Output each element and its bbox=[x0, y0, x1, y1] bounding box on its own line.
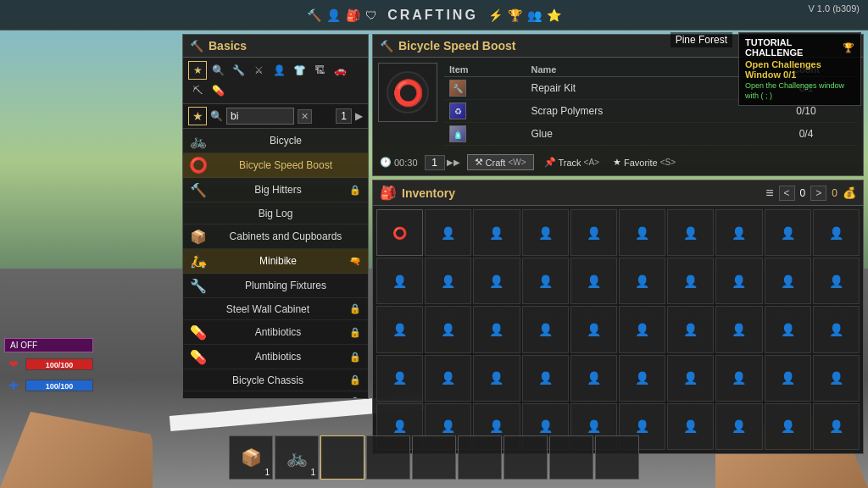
list-item-bicycle-chassis[interactable]: Bicycle Chassis 🔒 bbox=[183, 369, 368, 391]
favorite-button[interactable]: ★ Favorite <S> bbox=[609, 156, 679, 169]
hotbar-slot-2[interactable] bbox=[320, 435, 364, 480]
inv-slot-5[interactable]: 👤 bbox=[619, 209, 665, 256]
inv-slot-4-placeholder: 👤 bbox=[587, 226, 601, 240]
list-item-antibiotics-2[interactable]: 💊 Antibiotics 🔒 bbox=[183, 345, 368, 369]
list-item-plumbing[interactable]: 🔧 Plumbing Fixtures bbox=[183, 274, 368, 298]
hotbar-slot-5[interactable] bbox=[458, 435, 502, 480]
inv-slot-8[interactable]: 👤 bbox=[765, 209, 811, 256]
inv-slot-48[interactable]: 👤 bbox=[765, 403, 811, 450]
craft-button[interactable]: ⚒ Craft <W> bbox=[467, 154, 534, 170]
inv-slot-36[interactable]: 👤 bbox=[667, 355, 714, 402]
search-star-icon[interactable]: ★ bbox=[188, 107, 207, 125]
inv-slot-32[interactable]: 👤 bbox=[473, 355, 520, 402]
cat-all-icon[interactable]: ★ bbox=[188, 61, 207, 80]
hotbar-slot-4[interactable] bbox=[412, 435, 456, 480]
inv-slot-27[interactable]: 👤 bbox=[715, 306, 762, 352]
cat-person-icon[interactable]: 👤 bbox=[270, 61, 288, 80]
inv-slot-16[interactable]: 👤 bbox=[667, 258, 714, 304]
inv-slot-19[interactable]: 👤 bbox=[813, 258, 860, 304]
inv-slot-0[interactable]: ⭕ bbox=[376, 209, 423, 256]
plumbing-icon: 🔧 bbox=[190, 277, 207, 294]
cat-build-icon[interactable]: 🏗 bbox=[310, 61, 329, 80]
hotbar-slot-3[interactable] bbox=[366, 435, 410, 480]
inv-slot-6[interactable]: 👤 bbox=[667, 209, 714, 256]
inv-slot-39[interactable]: 👤 bbox=[813, 355, 860, 402]
inv-slot-22[interactable]: 👤 bbox=[473, 306, 520, 352]
cat-resource-icon[interactable]: ⛏ bbox=[188, 81, 207, 100]
cat-ammo-icon[interactable]: 💊 bbox=[209, 81, 227, 100]
big-log-label: Big Log bbox=[190, 208, 361, 219]
cat-search-icon[interactable]: 🔍 bbox=[209, 61, 227, 80]
inv-slot-10[interactable]: 👤 bbox=[376, 258, 423, 304]
inv-slot-26[interactable]: 👤 bbox=[667, 306, 714, 352]
list-item-big-log[interactable]: Big Log bbox=[183, 202, 368, 225]
inv-slot-35[interactable]: 👤 bbox=[619, 355, 665, 402]
cat-clothes-icon[interactable]: 👕 bbox=[290, 61, 309, 80]
inv-slot-20[interactable]: 👤 bbox=[376, 306, 423, 352]
inv-slot-23[interactable]: 👤 bbox=[522, 306, 569, 352]
inv-slot-38[interactable]: 👤 bbox=[765, 355, 811, 402]
inv-slot-33[interactable]: 👤 bbox=[522, 355, 569, 402]
list-item-cabinets[interactable]: 📦 Cabinets and Cupboards bbox=[183, 225, 368, 249]
inv-slot-1[interactable]: 👤 bbox=[425, 209, 471, 256]
inv-slot-2[interactable]: 👤 bbox=[473, 209, 520, 256]
inv-slot-7[interactable]: 👤 bbox=[715, 209, 762, 256]
inv-slot-37[interactable]: 👤 bbox=[715, 355, 762, 402]
cat-vehicle-icon[interactable]: 🚗 bbox=[331, 61, 349, 80]
inv-slot-9[interactable]: 👤 bbox=[813, 209, 860, 256]
inv-slot-21[interactable]: 👤 bbox=[425, 306, 471, 352]
list-item-bicycle[interactable]: 🚲 Bicycle bbox=[183, 129, 368, 153]
inv-slot-25[interactable]: 👤 bbox=[619, 306, 665, 352]
hotbar-slot-8[interactable] bbox=[595, 435, 639, 480]
inv-slot-29[interactable]: 👤 bbox=[813, 306, 860, 352]
search-next-arrow[interactable]: ▶ bbox=[355, 110, 363, 122]
search-input[interactable] bbox=[226, 108, 294, 125]
hotbar-slot-6[interactable] bbox=[504, 435, 548, 480]
big-hitters-icon: 🔨 bbox=[190, 181, 207, 198]
inventory-prev-button[interactable]: < bbox=[779, 186, 795, 201]
list-item-antibiotics-1[interactable]: 💊 Antibiotics 🔒 bbox=[183, 320, 368, 345]
cat-weapon-icon[interactable]: ⚔ bbox=[249, 61, 268, 80]
inv-slot-11[interactable]: 👤 bbox=[425, 258, 471, 304]
stamina-track: 100/100 bbox=[25, 380, 93, 391]
inv-slot-14[interactable]: 👤 bbox=[570, 258, 617, 304]
inv-slot-31-placeholder: 👤 bbox=[441, 371, 455, 385]
items-list[interactable]: 🚲 Bicycle ⭕ Bicycle Speed Boost 🔨 Big Hi… bbox=[183, 129, 368, 398]
inv-slot-4[interactable]: 👤 bbox=[570, 209, 617, 256]
list-item-steel-cabinet[interactable]: Steel Wall Cabinet 🔒 bbox=[183, 298, 368, 320]
inv-slot-47[interactable]: 👤 bbox=[715, 403, 762, 450]
cat-tool-icon[interactable]: 🔧 bbox=[229, 61, 248, 80]
inventory-next-button[interactable]: > bbox=[810, 186, 826, 201]
inv-slot-24[interactable]: 👤 bbox=[570, 306, 617, 352]
inv-slot-18[interactable]: 👤 bbox=[765, 258, 811, 304]
inv-slot-15[interactable]: 👤 bbox=[619, 258, 665, 304]
inv-slot-13[interactable]: 👤 bbox=[522, 258, 569, 304]
inv-slot-31[interactable]: 👤 bbox=[425, 355, 471, 402]
inv-slot-46[interactable]: 👤 bbox=[667, 403, 714, 450]
inv-slot-30[interactable]: 👤 bbox=[376, 355, 423, 402]
hotbar-slot-1[interactable]: 🚲 1 bbox=[275, 435, 319, 480]
inv-slot-3[interactable]: 👤 bbox=[522, 209, 569, 256]
inv-slot-15-placeholder: 👤 bbox=[635, 274, 649, 288]
inv-slot-12[interactable]: 👤 bbox=[473, 258, 520, 304]
hotbar-slot-7[interactable] bbox=[549, 435, 593, 480]
search-clear-button[interactable]: ✕ bbox=[298, 109, 312, 124]
inv-slot-17[interactable]: 👤 bbox=[715, 258, 762, 304]
list-item-speed-boost[interactable]: ⭕ Bicycle Speed Boost bbox=[183, 153, 368, 178]
list-item-minibike[interactable]: 🛵 Minibike 🔫 bbox=[183, 249, 368, 274]
coin-icon: 💰 bbox=[843, 186, 856, 199]
inv-slot-28[interactable]: 👤 bbox=[765, 306, 811, 352]
antibiotics-1-icon: 💊 bbox=[190, 324, 207, 341]
big-hitters-lock-icon: 🔒 bbox=[349, 185, 361, 196]
list-item-big-hitters[interactable]: 🔨 Big Hitters 🔒 bbox=[183, 178, 368, 202]
inv-slot-19-placeholder: 👤 bbox=[829, 274, 843, 288]
inv-slot-49[interactable]: 👤 bbox=[813, 403, 860, 450]
inv-slot-34[interactable]: 👤 bbox=[570, 355, 617, 402]
inv-slot-26-placeholder: 👤 bbox=[683, 323, 698, 336]
list-item-bicycle-handlebars[interactable]: Bicycle Handlebars 🔒 bbox=[183, 391, 368, 398]
hotbar-slot-0[interactable]: 📦 1 bbox=[229, 435, 273, 480]
inv-slot-45-placeholder: 👤 bbox=[635, 419, 649, 433]
inv-slot-42-placeholder: 👤 bbox=[489, 419, 504, 433]
inv-slot-43-placeholder: 👤 bbox=[538, 419, 553, 433]
track-button[interactable]: 📌 Track <A> bbox=[541, 156, 603, 169]
